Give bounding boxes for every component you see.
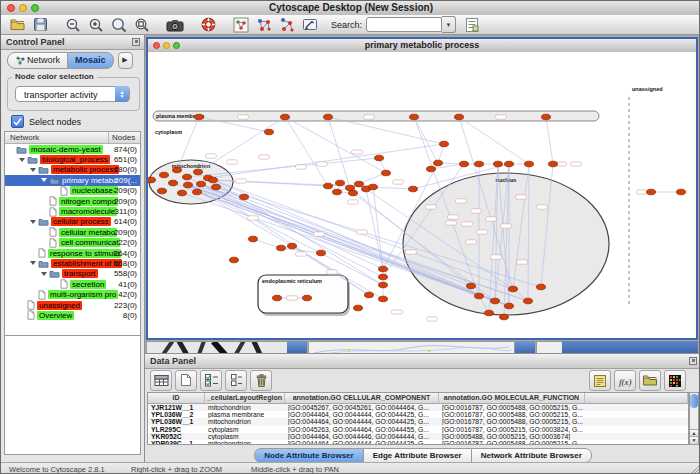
network-node[interactable] [382,170,391,176]
tree-item-response-to-stimulu[interactable]: response to stimulu264(0) [5,248,140,258]
network-node[interactable] [491,298,500,304]
network-node[interactable] [333,189,342,195]
annotation-icon[interactable] [300,16,320,34]
minimize-window-icon[interactable] [19,4,27,12]
network-node[interactable] [288,243,297,249]
tree-item-cell-communicat[interactable]: cell communicat22(0) [5,238,140,248]
network-window-titlebar[interactable]: primary metabolic process [148,39,696,53]
network-node[interactable] [197,181,206,187]
tree-item-metabolic-process[interactable]: metabolic process280(0) [5,165,140,175]
tab-mosaic[interactable]: Mosaic [68,52,114,69]
network-node[interactable] [265,129,274,135]
zoom-fit-icon[interactable] [132,16,152,34]
network-node[interactable] [158,188,167,194]
tree-item-nitrogen-compo[interactable]: nitrogen compo209(0) [5,196,140,206]
import-table-icon[interactable] [639,370,661,391]
float-panel-icon[interactable] [689,357,697,365]
tab-edge-attribute-browser[interactable]: Edge Attribute Browser [364,448,471,462]
tree-item-primary-metabo[interactable]: primary metabo209(... [5,175,140,185]
expander-icon[interactable] [30,220,36,224]
close-view-icon[interactable] [153,42,160,49]
search-dropdown-icon[interactable]: ▼ [442,16,456,33]
layout-tree-icon[interactable] [277,16,297,34]
network-node[interactable] [440,141,449,147]
tab-overflow-button[interactable]: ▶ [118,52,133,69]
select-nodes-checkbox[interactable] [11,115,24,128]
attribute-browser-icon[interactable] [462,16,482,34]
tab-network-attribute-browser[interactable]: Network Attribute Browser [471,448,592,462]
search-input[interactable] [366,17,442,32]
network-node[interactable] [379,266,388,272]
tree-item-biological-process[interactable]: biological_process651(0) [5,154,140,164]
tree-item-secretion[interactable]: secretion41(0) [5,279,140,289]
delete-attribute-icon[interactable] [250,370,272,391]
network-node[interactable] [542,114,551,120]
network-node[interactable] [354,305,363,311]
network-node[interactable] [475,161,484,167]
expander-icon[interactable] [41,272,47,276]
network-node[interactable] [460,161,469,167]
network-node[interactable] [509,286,518,292]
save-session-icon[interactable] [30,16,50,34]
tab-node-attribute-browser[interactable]: Node Attribute Browser [254,448,364,462]
network-node[interactable] [379,282,388,288]
network-node[interactable] [184,182,193,188]
network-node[interactable] [537,284,546,290]
scrollbar-thumb[interactable] [690,394,698,408]
layout-network-icon[interactable] [254,16,274,34]
snapshot-camera-icon[interactable] [165,16,185,34]
network-node[interactable] [494,161,503,167]
select-attributes-icon[interactable] [200,370,222,391]
help-ring-icon[interactable] [198,16,218,34]
table-row[interactable]: YLR295Ccytoplasm[GO:0045263, GO:0044464,… [148,426,688,433]
expander-icon[interactable] [30,168,36,172]
tree-item-establishment-of-lo[interactable]: establishment of lo558(0) [5,258,140,268]
heatmap-icon[interactable] [664,370,686,391]
column-header-0[interactable]: ID [148,393,205,403]
table-row[interactable]: YKR052Ccytoplasm[GO:0044464, GO:0044446,… [148,433,688,440]
network-node[interactable] [505,303,514,309]
network-node[interactable] [355,181,364,187]
tree-item-macromolecule[interactable]: macromolecule311(0) [5,206,140,216]
close-window-icon[interactable] [7,4,15,12]
tree-item-mosaic-demo-yeast[interactable]: mosaic-demo-yeast874(0) [5,144,140,154]
network-node[interactable] [169,180,178,186]
network-node[interactable] [379,296,388,302]
network-canvas[interactable]: plasma membranecytoplasmmitochondrionnuc… [148,52,696,338]
network-node[interactable] [379,274,388,280]
network-node[interactable] [349,190,358,196]
table-settings-icon[interactable] [150,370,172,391]
column-header-3[interactable]: annotation.GO MOLECULAR_FUNCTION [439,393,585,403]
network-node[interactable] [281,114,290,120]
birds-eye-view[interactable] [4,335,141,455]
network-node[interactable] [249,236,258,242]
function-builder-icon[interactable]: f(x) [614,370,636,391]
network-node[interactable] [230,257,239,263]
node-color-dropdown[interactable]: transporter activity ▲▼ [15,86,130,102]
table-row[interactable]: YJR121W__1mitochondrion[GO:0045267, GO:0… [148,404,688,411]
scroll-down-icon[interactable]: ▼ [690,436,698,444]
network-node[interactable] [455,114,464,120]
column-header-1[interactable]: _cellularLayoutRegion [205,393,285,403]
zoom-out-icon[interactable] [63,16,83,34]
minimize-view-icon[interactable] [163,42,170,49]
network-node[interactable] [173,167,182,173]
table-scrollbar[interactable]: ▲ ▼ [689,392,699,445]
network-node[interactable] [193,189,202,195]
expander-icon[interactable] [30,261,36,265]
zoom-in-icon[interactable] [86,16,106,34]
network-node[interactable] [369,184,378,190]
network-node[interactable] [647,189,656,195]
network-node[interactable] [336,180,345,186]
float-panel-icon[interactable] [132,38,140,46]
zoom-view-icon[interactable] [173,42,180,49]
tree-item-transport[interactable]: transport558(0) [5,269,140,279]
network-node[interactable] [212,184,221,190]
network-node[interactable] [178,190,187,196]
network-node[interactable] [317,250,326,256]
network-node[interactable] [365,292,374,298]
network-node[interactable] [549,161,558,167]
network-node[interactable] [273,295,282,301]
expander-icon[interactable] [19,158,25,162]
network-node[interactable] [434,160,443,166]
